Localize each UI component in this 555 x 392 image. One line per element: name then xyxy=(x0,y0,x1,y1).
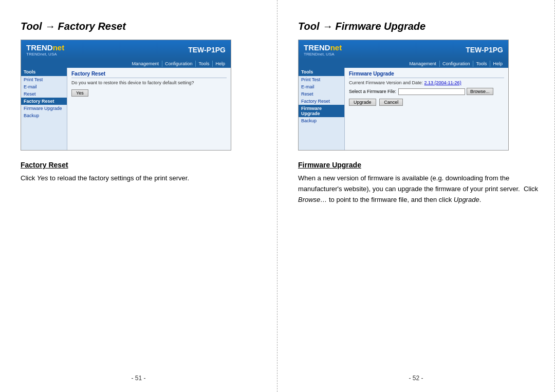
nav-management: Management xyxy=(129,61,161,67)
factory-reset-section-heading: Factory Reset xyxy=(21,161,262,169)
ui-sidebar: Tools Print Test E-mail Reset Factory Re… xyxy=(21,68,67,150)
logo-net-right: net xyxy=(330,43,342,52)
left-page: Tool → Factory Reset TRENDnet TRENDnet, … xyxy=(0,0,278,392)
ui-header-right: TRENDnet TRENDnet, USA TEW-P1PG xyxy=(299,40,508,60)
sidebar-firmware-upgrade-right: Firmware Upgrade xyxy=(299,105,344,117)
ui-content-text: Do you want to restore this device to fa… xyxy=(71,80,227,85)
ui-header: TRENDnet TRENDnet, USA TEW-P1PG xyxy=(21,40,231,60)
left-page-number: - 51 - xyxy=(131,375,145,382)
sidebar-header: Tools xyxy=(21,68,67,76)
ui-content-area: Factory Reset Do you want to restore thi… xyxy=(67,68,231,150)
logo-trend: TREND xyxy=(26,43,53,52)
sidebar-firmware-upgrade: Firmware Upgrade xyxy=(21,105,67,112)
sidebar-email: E-mail xyxy=(21,83,67,90)
browse-button[interactable]: Browse... xyxy=(467,88,493,95)
logo-sub: TRENDnet, USA xyxy=(26,52,64,57)
ui-logo-text: TRENDnet xyxy=(26,43,64,52)
file-select-row: Select a Firmware File: Browse... xyxy=(349,88,504,95)
factory-reset-ui-screenshot: TRENDnet TRENDnet, USA TEW-P1PG Manageme… xyxy=(21,40,231,151)
nav-configuration-right: Configuration xyxy=(439,61,473,67)
firmware-version-line: Current Firmware Version and Date: 2.13 … xyxy=(349,80,504,85)
ui-nav-right: Management Configuration Tools Help xyxy=(299,60,508,68)
firmware-file-input[interactable] xyxy=(398,88,465,95)
factory-reset-section-body: Click Yes to reload the factory settings… xyxy=(21,173,262,184)
nav-configuration: Configuration xyxy=(162,61,195,67)
nav-tools-right: Tools xyxy=(473,61,489,67)
sidebar-print-test-right: Print Test xyxy=(299,76,344,83)
firmware-version-label: Current Firmware Version and Date: xyxy=(349,80,423,85)
ui-body-right: Tools Print Test E-mail Reset Factory Re… xyxy=(299,68,508,150)
ui-content-header: Factory Reset xyxy=(71,71,227,78)
yes-italic: Yes xyxy=(37,174,48,182)
ui-model: TEW-P1PG xyxy=(188,46,226,54)
sidebar-reset: Reset xyxy=(21,90,67,98)
yes-button[interactable]: Yes xyxy=(71,89,88,97)
sidebar-backup-right: Backup xyxy=(299,117,344,124)
file-label: Select a Firmware File: xyxy=(349,89,396,94)
sidebar-print-test: Print Test xyxy=(21,76,67,83)
ui-content-header-right: Firmware Upgrade xyxy=(349,71,504,78)
ui-content-area-right: Firmware Upgrade Current Firmware Versio… xyxy=(345,68,508,150)
sidebar-header-right: Tools xyxy=(299,68,344,76)
action-buttons: Upgrade Cancel xyxy=(349,98,504,106)
firmware-upgrade-ui-screenshot: TRENDnet TRENDnet, USA TEW-P1PG Manageme… xyxy=(298,40,509,151)
logo-net: net xyxy=(53,43,65,52)
logo-sub-right: TRENDnet, USA xyxy=(304,52,342,57)
ui-model-right: TEW-P1PG xyxy=(466,46,503,54)
nav-help-right: Help xyxy=(490,61,505,67)
cancel-button[interactable]: Cancel xyxy=(379,99,403,106)
logo-trend-right: TREND xyxy=(304,43,330,52)
ui-logo-text-right: TRENDnet xyxy=(304,43,342,52)
sidebar-factory-reset: Factory Reset xyxy=(21,98,67,105)
nav-management-right: Management xyxy=(406,61,439,67)
sidebar-backup: Backup xyxy=(21,112,67,119)
right-page-title: Tool → Firmware Upgrade xyxy=(298,21,539,32)
right-page-number: - 52 - xyxy=(409,375,423,382)
browse-italic: Browse… xyxy=(298,196,327,203)
sidebar-email-right: E-mail xyxy=(299,83,344,90)
ui-logo: TRENDnet TRENDnet, USA xyxy=(26,43,64,57)
ui-logo-right: TRENDnet TRENDnet, USA xyxy=(304,43,342,57)
firmware-upgrade-section-body: When a new version of firmware is availa… xyxy=(298,173,539,205)
right-page: Tool → Firmware Upgrade TRENDnet TRENDne… xyxy=(278,0,555,392)
ui-sidebar-right: Tools Print Test E-mail Reset Factory Re… xyxy=(299,68,345,150)
upgrade-italic: Upgrade xyxy=(454,196,479,203)
firmware-version-value: 2.13 (2004-11-26) xyxy=(424,80,461,85)
left-page-title: Tool → Factory Reset xyxy=(21,21,262,32)
ui-nav: Management Configuration Tools Help xyxy=(21,60,231,68)
sidebar-factory-reset-right: Factory Reset xyxy=(299,98,344,105)
upgrade-button[interactable]: Upgrade xyxy=(349,99,376,106)
nav-tools: Tools xyxy=(195,61,212,67)
ui-body: Tools Print Test E-mail Reset Factory Re… xyxy=(21,68,231,150)
firmware-upgrade-section-heading: Firmware Upgrade xyxy=(298,161,539,169)
sidebar-reset-right: Reset xyxy=(299,90,344,98)
nav-help: Help xyxy=(212,61,228,67)
